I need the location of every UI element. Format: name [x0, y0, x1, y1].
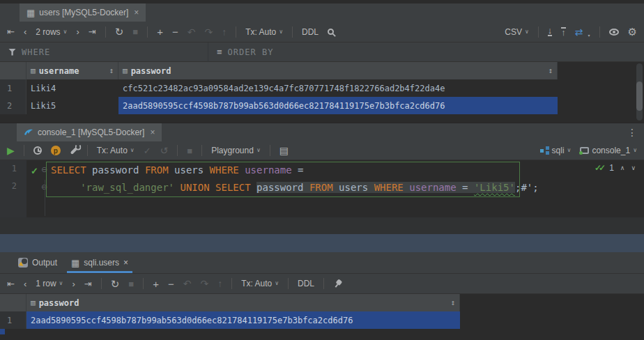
- sort-icon[interactable]: ↕: [109, 66, 114, 75]
- chevron-down-icon: ∨: [633, 148, 637, 153]
- next-page-icon[interactable]: ›: [72, 279, 75, 288]
- prev-page-icon[interactable]: ‹: [24, 27, 26, 36]
- tab-output[interactable]: Output: [11, 252, 64, 273]
- close-icon[interactable]: ×: [150, 128, 155, 137]
- page-size-dropdown[interactable]: 1 row ∨: [36, 279, 63, 288]
- prev-page-icon[interactable]: ‹: [24, 279, 26, 288]
- sql-line-2[interactable]: 'raw_sql_danger' UNION SELECT password F…: [51, 179, 539, 196]
- sort-icon[interactable]: ↕: [450, 298, 455, 307]
- row-number-header: [0, 62, 26, 79]
- delete-row-icon[interactable]: −: [172, 26, 178, 37]
- run-icon[interactable]: ▶: [7, 146, 15, 155]
- table-editor-tabbar: ▦ users [MySQL5-Docker] ×: [0, 3, 644, 22]
- submit-icon: ↑: [222, 27, 227, 37]
- cell-username[interactable]: Liki4: [26, 79, 118, 97]
- tx-mode-dropdown[interactable]: Tx: Auto ∨: [245, 27, 283, 37]
- first-page-icon[interactable]: ⇤: [7, 27, 15, 36]
- result-toolbar: ⇤ ‹ 1 row ∨ › ⇥ ↻ ■ + − ↶ ↷ ↑ Tx: Auto ∨…: [0, 274, 644, 294]
- ddl-button[interactable]: DDL: [302, 27, 319, 37]
- next-page-icon[interactable]: ›: [76, 27, 79, 36]
- cell-password-selected[interactable]: 2aad5890595ccf4598b787b99ab563d0d66ec821…: [26, 311, 460, 329]
- cell-username[interactable]: Liki5: [26, 97, 118, 114]
- table-icon: ▦: [71, 258, 79, 268]
- cell-password-selected[interactable]: 2aad5890595ccf4598b787b99ab563d0d66ec821…: [118, 97, 558, 114]
- row-number-header: [0, 294, 26, 311]
- close-icon[interactable]: ×: [134, 8, 139, 17]
- tab-sqli-users-result[interactable]: ▦ sqli.users ×: [64, 252, 135, 273]
- page-size-dropdown[interactable]: 2 rows ∨: [36, 27, 67, 37]
- session-selector-dropdown[interactable]: console_1 ∨: [580, 146, 637, 155]
- gear-icon[interactable]: ⚙: [628, 26, 637, 37]
- executed-ok-check-icon: ✓: [31, 162, 38, 180]
- add-row-icon[interactable]: +: [157, 26, 163, 37]
- schema-selector-dropdown[interactable]: sqli ∨: [540, 146, 572, 155]
- ddl-button[interactable]: DDL: [298, 279, 314, 288]
- chevron-down-icon: ∨: [525, 29, 529, 35]
- chevron-down-icon: ∨: [279, 29, 283, 35]
- row-number[interactable]: 1: [0, 79, 26, 97]
- inspection-count: 1: [609, 163, 614, 173]
- schema-icon: [540, 146, 549, 155]
- order-by-icon: ≡: [217, 47, 222, 56]
- chevron-down-icon: ∨: [59, 281, 63, 286]
- sort-icon[interactable]: ↕: [548, 66, 553, 75]
- tab-title: console_1 [MySQL5-Docker]: [38, 128, 144, 137]
- row-number[interactable]: 1: [0, 311, 26, 329]
- output-icon: [18, 258, 28, 268]
- refresh-icon[interactable]: ↻: [115, 26, 124, 37]
- line-number: 2: [0, 178, 17, 195]
- result-header-row: ▥ password ↕: [0, 294, 644, 311]
- stop-icon: ■: [187, 146, 192, 155]
- cell-password[interactable]: cfc521c23482ac93a09584ad2e139c4a7fc87077…: [118, 79, 558, 97]
- wrench-settings-icon[interactable]: [70, 147, 77, 155]
- line-number: 1: [0, 160, 17, 178]
- panel-gap: [0, 217, 644, 234]
- inspection-widget: ✓✓ 1 ∧ ∨: [595, 163, 636, 173]
- table-toolbar: ⇤ ‹ 2 rows ∨ › ⇥ ↻ ■ + − ↶ ↷ ↑ Tx: Auto …: [0, 22, 644, 42]
- chevron-down-icon: ∨: [567, 148, 572, 153]
- first-page-icon[interactable]: ⇤: [7, 279, 15, 288]
- output-tabbar: Output ▦ sqli.users ×: [0, 252, 644, 274]
- tab-console-1[interactable]: console_1 [MySQL5-Docker] ×: [17, 123, 162, 141]
- next-result-icon[interactable]: ∨: [631, 164, 636, 171]
- export-download-icon[interactable]: ↓: [548, 27, 553, 36]
- selection-stub: [0, 329, 5, 334]
- splitter-band[interactable]: [0, 234, 644, 252]
- tx-mode-dropdown[interactable]: Tx: Auto ∨: [97, 146, 135, 155]
- delete-row-icon[interactable]: −: [168, 279, 174, 289]
- prev-result-icon[interactable]: ∧: [620, 164, 625, 171]
- compare-sync-icon[interactable]: ⇄: [575, 27, 583, 37]
- column-header-password[interactable]: ▥ password ↕: [26, 294, 460, 311]
- close-icon[interactable]: ×: [123, 258, 128, 268]
- import-upload-icon[interactable]: ↑: [561, 27, 566, 36]
- active-tab-underline: [67, 271, 132, 273]
- history-clock-icon[interactable]: [33, 146, 42, 155]
- console-tabbar: console_1 [MySQL5-Docker] ×: [0, 123, 644, 141]
- last-page-icon[interactable]: ⇥: [84, 279, 92, 288]
- parameters-icon[interactable]: p: [51, 146, 61, 155]
- pin-tab-icon[interactable]: [331, 277, 344, 290]
- export-format-dropdown[interactable]: CSV ∨: [505, 27, 529, 37]
- column-header-username[interactable]: ▥ username ↕: [26, 62, 118, 79]
- last-page-icon[interactable]: ⇥: [89, 27, 96, 36]
- sql-line-1[interactable]: SELECT password FROM users WHERE usernam…: [51, 162, 303, 179]
- table-row: 1 Liki4 cfc521c23482ac93a09584ad2e139c4a…: [0, 79, 644, 97]
- execute-in-table-icon[interactable]: ▤: [279, 146, 289, 155]
- where-filter-field[interactable]: WHERE: [0, 42, 208, 61]
- refresh-icon[interactable]: ↻: [111, 279, 120, 289]
- view-options-eye-icon[interactable]: [609, 29, 619, 36]
- sql-editor[interactable]: 1 2 ✓ ⊖ ⊖ SELECT password FROM users WHE…: [0, 160, 644, 217]
- more-options-icon[interactable]: ⋮: [627, 127, 637, 138]
- console-toolbar: ▶ p Tx: Auto ∨ ✓ ↺ ■ Playground ∨ ▤ sqli…: [0, 141, 644, 160]
- row-number[interactable]: 2: [0, 97, 26, 114]
- playground-mode-dropdown[interactable]: Playground ∨: [211, 146, 261, 155]
- order-by-filter-field[interactable]: ≡ ORDER BY: [208, 42, 273, 61]
- tab-users-table[interactable]: ▦ users [MySQL5-Docker] ×: [20, 3, 146, 22]
- tx-mode-dropdown[interactable]: Tx: Auto ∨: [241, 279, 279, 288]
- column-header-password[interactable]: ▥ password ↕: [118, 62, 558, 79]
- submit-icon: ↑: [217, 279, 222, 288]
- add-row-icon[interactable]: +: [153, 279, 159, 289]
- rollback-icon: ↺: [160, 146, 169, 155]
- search-icon[interactable]: [328, 29, 334, 35]
- scrollbar-thumb[interactable]: [636, 82, 643, 111]
